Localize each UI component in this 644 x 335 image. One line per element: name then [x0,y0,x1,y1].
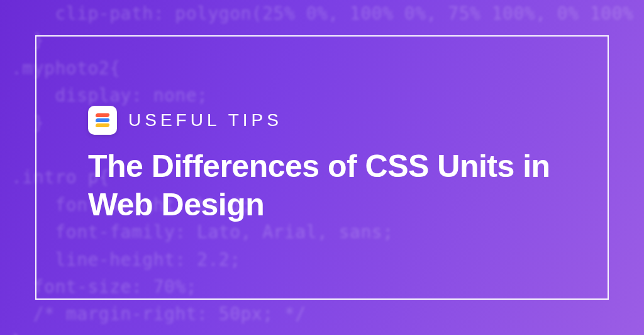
eyebrow-row: USEFUL TIPS [88,106,569,135]
article-title: The Differences of CSS Units in Web Desi… [88,147,569,224]
eyebrow-label: USEFUL TIPS [128,110,282,130]
logo-badge [88,106,117,135]
content-block: USEFUL TIPS The Differences of CSS Units… [88,106,569,224]
stackable-logo-icon [94,112,111,128]
